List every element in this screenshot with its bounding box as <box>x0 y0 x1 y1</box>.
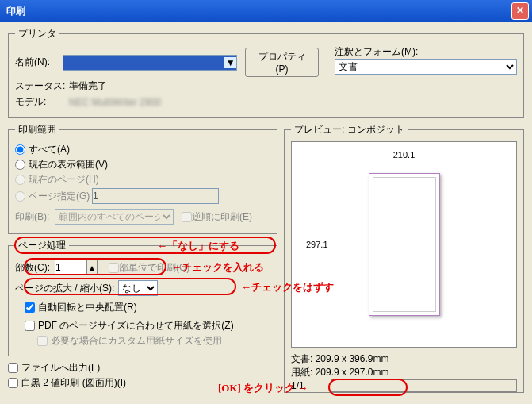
range-page-radio <box>15 175 25 185</box>
comments-select[interactable]: 文書 <box>335 59 517 75</box>
reverse-check <box>182 212 192 222</box>
handling-legend: ページ処理 <box>15 239 69 252</box>
printer-name-select[interactable]: ▼ <box>63 55 237 71</box>
range-all-radio[interactable] <box>15 144 25 155</box>
copies-label: 部数(C): <box>15 261 55 275</box>
window-title: 印刷 <box>3 5 511 18</box>
handling-group: ページ処理 部数(C): ▴ 部単位で印刷(O) ページの拡大 / 縮小(S):… <box>8 239 277 356</box>
pages-input <box>92 188 219 204</box>
custom-check <box>37 336 48 346</box>
file-out-check[interactable] <box>8 363 18 373</box>
titlebar: 印刷 ✕ <box>0 0 532 22</box>
close-icon[interactable]: ✕ <box>511 2 529 20</box>
pdf-size-check[interactable] <box>25 321 35 331</box>
model-value: NEC MultiWriter 2900 <box>69 97 161 108</box>
range-pages-radio <box>15 191 25 202</box>
bw-check[interactable] <box>8 378 18 388</box>
copies-input[interactable] <box>55 260 86 275</box>
status-label: ステータス: <box>15 79 69 93</box>
preview-width: 210.1 <box>393 150 415 160</box>
range-legend: 印刷範囲 <box>15 123 59 137</box>
preview-height: 297.1 <box>306 240 328 249</box>
preview-legend: プレビュー: コンポジット <box>291 123 408 137</box>
auto-rotate-check[interactable] <box>25 302 35 313</box>
page-thumbnail <box>369 173 440 316</box>
model-label: モデル: <box>15 95 69 109</box>
scale-select[interactable]: なし <box>118 280 158 296</box>
range-view-radio[interactable] <box>15 160 25 170</box>
properties-button[interactable]: プロパティ(P) <box>245 48 319 77</box>
subset-select: 範囲内のすべてのページ <box>55 209 174 225</box>
printer-legend: プリンタ <box>15 27 59 40</box>
page-scrollbar[interactable] <box>331 379 517 392</box>
collate-check <box>109 263 119 273</box>
copies-spin[interactable]: ▴ <box>86 260 98 275</box>
range-group: 印刷範囲 すべて(A) 現在の表示範囲(V) 現在のページ(H) ページ指定(G… <box>8 123 277 234</box>
scale-label: ページの拡大 / 縮小(S): <box>15 282 118 295</box>
name-label: 名前(N): <box>15 56 63 69</box>
preview-group: プレビュー: コンポジット 210.1 297.1 文書: 209.9 x 39… <box>284 123 524 393</box>
comments-label: 注釈とフォーム(M): <box>335 45 517 59</box>
subset-label: 印刷(B): <box>15 210 55 224</box>
printer-group: プリンタ 名前(N): ▼ プロパティ(P) ステータス: 準備完了 モデル: … <box>8 27 524 118</box>
preview-canvas: 210.1 297.1 <box>291 141 517 348</box>
status-value: 準備完了 <box>69 79 107 93</box>
